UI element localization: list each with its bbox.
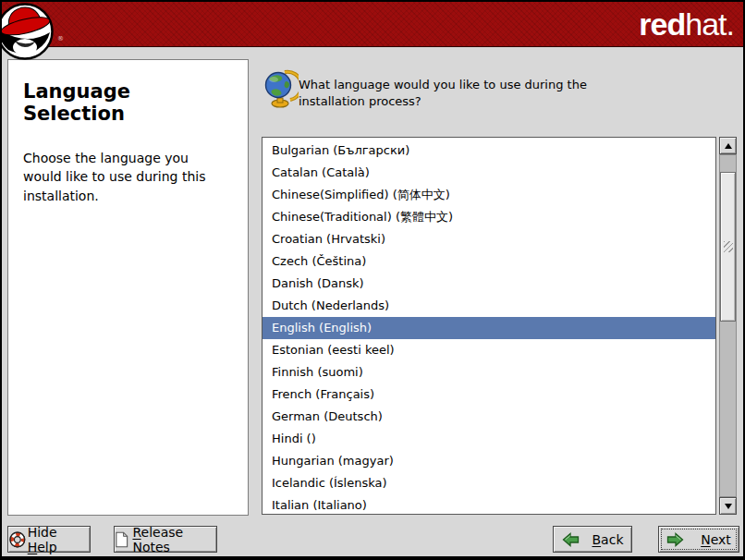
installer-window: redhat. ® Language Selection Choose the … <box>0 0 745 560</box>
question-text: What language would you like to use duri… <box>299 77 650 110</box>
language-option[interactable]: French (Français) <box>263 383 715 406</box>
redhat-wordmark: redhat. <box>639 5 734 43</box>
next-arrow-icon <box>666 532 684 547</box>
back-label: Back <box>592 532 624 547</box>
hide-help-label: Hide Help <box>28 525 90 554</box>
back-arrow-icon <box>562 532 580 547</box>
language-option[interactable]: Catalan (Català) <box>263 162 715 184</box>
language-option[interactable]: Danish (Dansk) <box>263 273 715 295</box>
language-option[interactable]: Estonian (eesti keel) <box>263 339 715 361</box>
language-option[interactable]: Italian (Italiano) <box>263 494 715 515</box>
hide-help-button[interactable]: Hide Help <box>7 526 91 553</box>
scrollbar-trough[interactable] <box>719 154 737 497</box>
release-notes-label: Release Notes <box>132 525 216 554</box>
language-option[interactable]: Hindi () <box>263 428 715 450</box>
registered-trademark: ® <box>57 35 64 43</box>
language-option[interactable]: English (English) <box>263 317 715 339</box>
language-option[interactable]: Czech (Čeština) <box>263 250 715 273</box>
language-option[interactable]: Icelandic (Íslenska) <box>263 472 715 494</box>
language-option[interactable]: Chinese(Simplified) (简体中文) <box>263 184 715 206</box>
page-title: Language Selection <box>23 80 235 125</box>
next-label: Next <box>701 532 731 547</box>
scrollbar-thumb[interactable] <box>720 172 736 322</box>
language-option[interactable]: Hungarian (magyar) <box>263 450 715 472</box>
help-text: Choose the language you would like to us… <box>23 149 226 205</box>
back-button[interactable]: Back <box>553 526 632 553</box>
thumb-grip <box>724 241 733 252</box>
header-bar <box>2 2 743 47</box>
language-option[interactable]: Chinese(Traditional) (繁體中文) <box>263 206 715 228</box>
language-option[interactable]: German (Deutsch) <box>263 406 715 428</box>
help-panel: Language Selection Choose the language y… <box>7 59 249 516</box>
scroll-down-icon[interactable] <box>719 497 737 515</box>
wordmark-hat: hat. <box>685 6 734 42</box>
life-preserver-icon <box>8 530 27 549</box>
scrollbar[interactable] <box>719 137 737 515</box>
scroll-up-icon[interactable] <box>719 137 737 154</box>
document-icon <box>115 530 128 549</box>
next-button[interactable]: Next <box>658 526 739 553</box>
language-option[interactable]: Finnish (suomi) <box>263 361 715 383</box>
redhat-shadowman-logo <box>0 2 57 65</box>
release-notes-button[interactable]: Release Notes <box>114 526 217 553</box>
language-option[interactable]: Croatian (Hrvatski) <box>263 228 715 250</box>
wordmark-red: red <box>639 6 685 42</box>
language-option[interactable]: Bulgarian (Български) <box>263 140 715 162</box>
language-option[interactable]: Dutch (Nederlands) <box>263 295 715 317</box>
globe-icon <box>263 69 299 108</box>
language-list[interactable]: Bulgarian (Български)Catalan (Català)Chi… <box>262 137 716 515</box>
